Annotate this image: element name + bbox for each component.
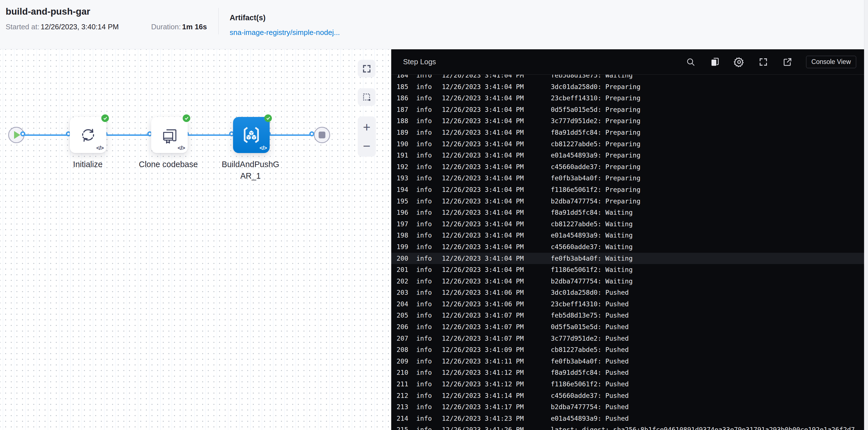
- pipeline-execution-page: build-and-push-gar Started at: 12/26/202…: [0, 0, 868, 430]
- log-message: cb81227abde5: Preparing: [551, 138, 864, 150]
- log-row: 198 info 12/26/2023 3:41:04 PM e01a45489…: [391, 230, 864, 241]
- artifact-link[interactable]: sna-image-registry/simple-nodej...: [230, 28, 340, 37]
- log-level: info: [416, 287, 442, 298]
- console-view-button[interactable]: Console View: [806, 56, 856, 68]
- step-logs-toolbar: Console View: [685, 56, 856, 68]
- log-message: cb81227abde5: Waiting: [551, 219, 864, 230]
- log-level: info: [416, 333, 442, 344]
- log-row: 209 info 12/26/2023 3:41:11 PM fe0fb3ab4…: [391, 355, 864, 367]
- duration: Duration: 1m 16s: [151, 23, 207, 31]
- pipeline-end-node: [314, 127, 330, 143]
- log-level: info: [416, 344, 442, 355]
- open-in-new-icon[interactable]: [782, 56, 793, 68]
- step-logs-title: Step Logs: [403, 57, 436, 66]
- duration-value: 1m 16s: [182, 23, 207, 31]
- search-icon[interactable]: [685, 56, 696, 68]
- log-level: info: [416, 230, 442, 241]
- log-timestamp: 12/26/2023 3:41:04 PM: [442, 264, 551, 276]
- log-timestamp: 12/26/2023 3:41:11 PM: [442, 355, 551, 367]
- log-rows: 184 info 12/26/2023 3:41:04 PM feb5d8d13…: [391, 75, 864, 430]
- log-message: 3c777d951de2: Preparing: [551, 115, 864, 127]
- log-line-number: 196: [397, 207, 416, 219]
- log-line-number: 206: [397, 321, 416, 333]
- page-scrollbar[interactable]: [864, 0, 868, 430]
- log-timestamp: 12/26/2023 3:41:04 PM: [442, 150, 551, 161]
- log-row: 203 info 12/26/2023 3:41:06 PM 3dc01da25…: [391, 287, 864, 298]
- log-line-number: 211: [397, 378, 416, 390]
- log-timestamp: 12/26/2023 3:41:07 PM: [442, 310, 551, 321]
- log-row: 201 info 12/26/2023 3:41:04 PM f1186e506…: [391, 264, 864, 276]
- log-line-number: 193: [397, 172, 416, 184]
- log-level: info: [416, 276, 442, 287]
- log-level: info: [416, 219, 442, 230]
- log-message: b2dba7477754: Pushed: [551, 401, 864, 413]
- log-timestamp: 12/26/2023 3:41:06 PM: [442, 287, 551, 298]
- log-message: e01a454893a9: Preparing: [551, 150, 864, 161]
- copy-icon[interactable]: [709, 56, 720, 68]
- log-row: 214 info 12/26/2023 3:41:23 PM e01a45489…: [391, 413, 864, 424]
- log-row: 195 info 12/26/2023 3:41:04 PM b2dba7477…: [391, 196, 864, 207]
- log-timestamp: 12/26/2023 3:41:04 PM: [442, 161, 551, 173]
- log-level: info: [416, 401, 442, 413]
- log-message: feb5d8d13e75: Waiting: [551, 75, 864, 81]
- log-level: info: [416, 378, 442, 390]
- zoom-in-button[interactable]: +: [358, 119, 376, 135]
- zoom-out-button[interactable]: −: [358, 138, 376, 154]
- log-output[interactable]: 184 info 12/26/2023 3:41:04 PM feb5d8d13…: [391, 75, 864, 430]
- log-message: c45660adde37: Pushed: [551, 390, 864, 402]
- log-row: 204 info 12/26/2023 3:41:06 PM 23cbeff14…: [391, 298, 864, 310]
- run-header: build-and-push-gar Started at: 12/26/202…: [0, 0, 868, 49]
- log-level: info: [416, 196, 442, 207]
- canvas-fit-view-button[interactable]: [358, 60, 375, 78]
- marquee-select-icon: [362, 92, 372, 102]
- log-line-number: 186: [397, 92, 416, 104]
- step-node-clone-codebase[interactable]: </>: [151, 117, 188, 153]
- log-timestamp: 12/26/2023 3:41:26 PM: [442, 424, 551, 430]
- log-row: 188 info 12/26/2023 3:41:04 PM 3c777d951…: [391, 115, 864, 127]
- log-level: info: [416, 81, 442, 93]
- log-timestamp: 12/26/2023 3:41:04 PM: [442, 172, 551, 184]
- log-timestamp: 12/26/2023 3:41:04 PM: [442, 253, 551, 264]
- stop-icon: [319, 132, 326, 138]
- log-message: e01a454893a9: Waiting: [551, 230, 864, 241]
- log-line-number: 208: [397, 344, 416, 355]
- log-level: info: [416, 355, 442, 367]
- canvas-select-area-button[interactable]: [358, 88, 375, 106]
- log-timestamp: 12/26/2023 3:41:04 PM: [442, 81, 551, 93]
- check-icon: [103, 116, 107, 121]
- log-line-number: 185: [397, 81, 416, 93]
- log-level: info: [416, 172, 442, 184]
- check-icon: [184, 116, 189, 121]
- log-message: 0d5f5a015e5d: Pushed: [551, 321, 864, 333]
- started-at-label: Started at:: [6, 23, 39, 31]
- log-line-number: 215: [397, 424, 416, 430]
- step-node-build-and-push-gar[interactable]: </>: [233, 117, 270, 153]
- log-message: fe0fb3ab4a0f: Preparing: [551, 172, 864, 184]
- log-line-number: 207: [397, 333, 416, 344]
- log-level: info: [416, 424, 442, 430]
- log-message: 3dc01da258d0: Preparing: [551, 81, 864, 93]
- step-node-initialize[interactable]: </>: [70, 117, 106, 153]
- log-timestamp: 12/26/2023 3:41:04 PM: [442, 230, 551, 241]
- log-line-number: 210: [397, 367, 416, 378]
- expand-icon[interactable]: [758, 56, 769, 68]
- log-line-number: 209: [397, 355, 416, 367]
- log-message: latest: digest: sha256:8b1fce94610891d93…: [551, 424, 864, 430]
- log-row: 192 info 12/26/2023 3:41:04 PM c45660add…: [391, 161, 864, 173]
- canvas-zoom-controls: + −: [358, 116, 376, 157]
- log-row: 186 info 12/26/2023 3:41:04 PM 23cbeff14…: [391, 92, 864, 104]
- log-message: f8a91dd5fc84: Pushed: [551, 367, 864, 378]
- log-row: 200 info 12/26/2023 3:41:04 PM fe0fb3ab4…: [391, 253, 864, 264]
- log-row: 207 info 12/26/2023 3:41:07 PM 3c777d951…: [391, 333, 864, 344]
- log-timestamp: 12/26/2023 3:41:17 PM: [442, 401, 551, 413]
- log-timestamp: 12/26/2023 3:41:04 PM: [442, 104, 551, 116]
- log-timestamp: 12/26/2023 3:41:04 PM: [442, 127, 551, 138]
- edge-build-end: [270, 135, 313, 136]
- settings-icon[interactable]: [734, 56, 745, 68]
- log-row: 212 info 12/26/2023 3:41:14 PM c45660add…: [391, 390, 864, 402]
- log-level: info: [416, 161, 442, 173]
- log-timestamp: 12/26/2023 3:41:04 PM: [442, 207, 551, 219]
- log-message: fe0fb3ab4a0f: Pushed: [551, 355, 864, 367]
- pipeline-canvas[interactable]: </> Initialize </> Clone codebase: [0, 49, 391, 430]
- step-logs-header: Step Logs: [391, 49, 864, 75]
